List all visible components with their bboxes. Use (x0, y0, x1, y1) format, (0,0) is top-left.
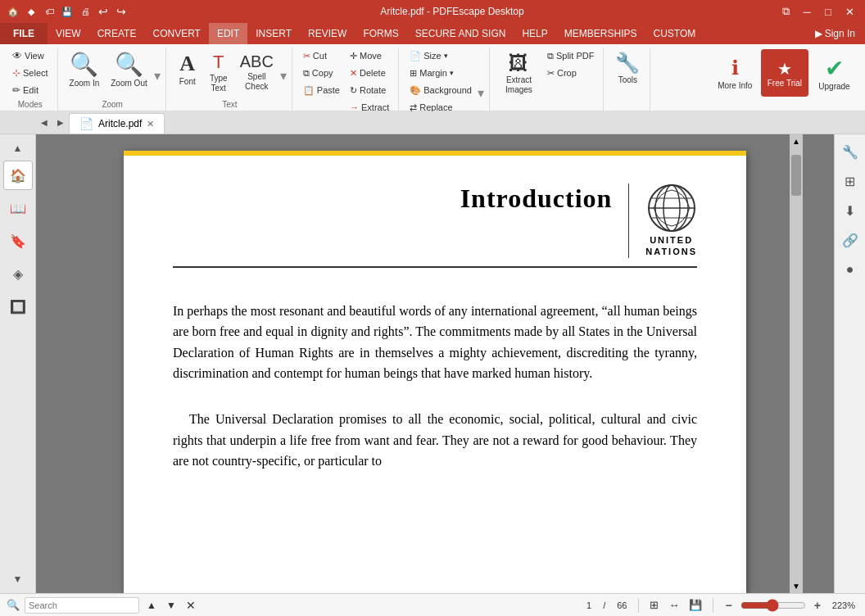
menu-forms[interactable]: FORMS (355, 23, 406, 44)
tools-icon: 🔧 (615, 53, 640, 73)
type-text-btn[interactable]: T TypeText (204, 48, 233, 98)
redo-icon[interactable]: ↪ (115, 5, 128, 18)
sidebar-btn-bookmarks[interactable]: 🔖 (3, 226, 33, 256)
delete-btn[interactable]: ✕ Delete (346, 65, 393, 81)
pages-dropdown-arrow[interactable]: ▾ (478, 85, 484, 101)
free-trial-btn[interactable]: ★ Free Trial (761, 49, 808, 97)
search-input[interactable] (25, 597, 139, 614)
menu-memberships[interactable]: MEMBERSHIPS (556, 23, 645, 44)
search-clear-btn[interactable]: ✕ (183, 597, 198, 614)
title-bar-left: 🏠 ◆ 🏷 💾 🖨 ↩ ↪ (7, 5, 128, 18)
sidebar-toggle-down[interactable]: ▼ (10, 570, 26, 588)
modes-label: Modes (8, 100, 52, 109)
scroll-up-btn[interactable]: ▲ (792, 134, 800, 148)
zoom-out-btn[interactable]: 🔍 Zoom Out (106, 48, 152, 98)
background-btn[interactable]: 🎨 Background (405, 82, 476, 98)
rotate-btn[interactable]: ↻ Rotate (346, 82, 393, 98)
maximize-btn[interactable]: □ (819, 2, 837, 20)
save-icon[interactable]: 💾 (61, 5, 74, 18)
margin-icon: ⊞ (410, 68, 417, 79)
spell-check-btn[interactable]: ABC SpellCheck (235, 48, 279, 98)
zoom-in-btn[interactable]: + (811, 597, 824, 614)
search-icon: 🔍 (7, 599, 20, 611)
menu-file[interactable]: FILE (0, 23, 48, 44)
scroll-thumb[interactable] (791, 155, 801, 196)
tools-content: 🔧 Tools (610, 48, 645, 107)
zoom-in-btn[interactable]: 🔍 Zoom In (65, 48, 105, 98)
pdf-view-area[interactable]: Introduction (36, 134, 834, 593)
select-btn[interactable]: ⊹ Select (8, 65, 52, 81)
move-icon: ✛ (350, 51, 357, 61)
menu-convert[interactable]: CONVERT (144, 23, 208, 44)
tab-pdf-icon: 📄 (79, 117, 93, 130)
view-icon: 👁 (12, 50, 22, 61)
edit-btn[interactable]: ✏ Edit (8, 82, 52, 98)
menu-edit[interactable]: EDIT (209, 23, 247, 44)
right-panel-grid-btn[interactable]: ⊞ (838, 169, 863, 193)
spell-check-icon: ABC (240, 53, 274, 70)
sidebar-btn-layers[interactable]: ◈ (3, 259, 33, 288)
nav-down-btn[interactable]: ▼ (164, 598, 179, 613)
sign-in[interactable]: ▶ Sign In (815, 23, 865, 44)
zoom-out-btn[interactable]: − (722, 597, 735, 614)
fit-page-btn[interactable]: ⊞ (647, 597, 661, 613)
minimize-btn[interactable]: ─ (798, 2, 816, 20)
sidebar-btn-pages[interactable]: 🔲 (3, 292, 33, 321)
right-panel-stamp-btn[interactable]: ● (838, 257, 863, 282)
pdf-body: In perhaps the most resonant and beautif… (173, 301, 697, 472)
tab-nav-right[interactable]: ▶ (52, 111, 69, 134)
fit-width-btn[interactable]: ↔ (666, 597, 682, 613)
move-btn[interactable]: ✛ Move (346, 48, 393, 64)
copy-btn[interactable]: ⧉ Copy (299, 65, 344, 81)
more-info-btn[interactable]: ℹ More Info (713, 48, 758, 98)
view-btn[interactable]: 👁 View (8, 48, 52, 64)
right-panel-link-btn[interactable]: 🔗 (838, 228, 863, 252)
sidebar-btn-home[interactable]: 🏠 (3, 161, 33, 190)
paste-btn[interactable]: 📋 Paste (299, 82, 344, 98)
extract-images-btn[interactable]: 🖼 ExtractImages (496, 48, 541, 98)
tab-nav-left[interactable]: ◀ (36, 111, 52, 134)
cut-btn[interactable]: ✂ Cut (299, 48, 344, 64)
more-info-icon: ℹ (731, 57, 739, 79)
crop-btn[interactable]: ✂ Crop (543, 65, 598, 81)
pdf-paragraph-2: The Universal Declaration promises to al… (173, 409, 697, 472)
menu-create[interactable]: CREATE (89, 23, 145, 44)
save-view-btn[interactable]: 💾 (686, 597, 704, 613)
margin-btn[interactable]: ⊞ Margin ▾ (405, 65, 476, 81)
sidebar-btn-thumbnails[interactable]: 📖 (3, 193, 33, 223)
text-dropdown-arrow[interactable]: ▾ (280, 68, 287, 84)
menu-secure[interactable]: SECURE AND SIGN (407, 23, 514, 44)
menu-custom[interactable]: CUSTOM (645, 23, 704, 44)
menu-help[interactable]: HELP (514, 23, 555, 44)
zoom-dropdown-arrow[interactable]: ▾ (154, 68, 161, 84)
upgrade-icon: ✔ (825, 55, 844, 82)
menu-insert[interactable]: INSERT (247, 23, 300, 44)
size-btn[interactable]: 📄 Size ▾ (405, 48, 476, 64)
restore-btn[interactable]: ⧉ (777, 2, 795, 20)
tab-article[interactable]: 📄 Aritcle.pdf ✕ (69, 113, 165, 134)
modes-col: 👁 View ⊹ Select ✏ Edit (8, 48, 52, 98)
zoom-slider[interactable] (740, 599, 806, 612)
upgrade-btn[interactable]: ✔ Upgrade (812, 48, 857, 98)
menu-view[interactable]: VIEW (48, 23, 89, 44)
print-icon[interactable]: 🖨 (79, 5, 92, 18)
right-panel-download-btn[interactable]: ⬇ (838, 198, 863, 223)
split-pdf-btn[interactable]: ⧉ Split PDF (543, 48, 598, 64)
close-btn[interactable]: ✕ (840, 2, 858, 20)
cut-icon: ✂ (303, 51, 310, 61)
font-btn[interactable]: A Font (173, 48, 202, 98)
main-area: ▲ 🏠 📖 🔖 ◈ 🔲 ▼ Introduction (0, 134, 865, 593)
ribbon-group-text: A Font T TypeText ABC SpellCheck ▾ Text (168, 48, 292, 111)
scroll-down-btn[interactable]: ▼ (792, 579, 800, 593)
scrollbar[interactable]: ▲ ▼ (790, 134, 803, 593)
tools-btn[interactable]: 🔧 Tools (610, 48, 645, 98)
nav-up-btn[interactable]: ▲ (144, 598, 159, 613)
right-panel-settings-btn[interactable]: 🔧 (838, 139, 863, 164)
undo-icon[interactable]: ↩ (97, 5, 110, 18)
ribbon-group-pages: 📄 Size ▾ ⊞ Margin ▾ 🎨 Background ⇄ Repla… (401, 48, 490, 111)
menu-review[interactable]: REVIEW (300, 23, 355, 44)
status-div1 (638, 598, 639, 613)
sidebar-toggle-up[interactable]: ▲ (10, 139, 26, 157)
tab-close-btn[interactable]: ✕ (147, 119, 154, 129)
page-total: 66 (614, 600, 630, 610)
